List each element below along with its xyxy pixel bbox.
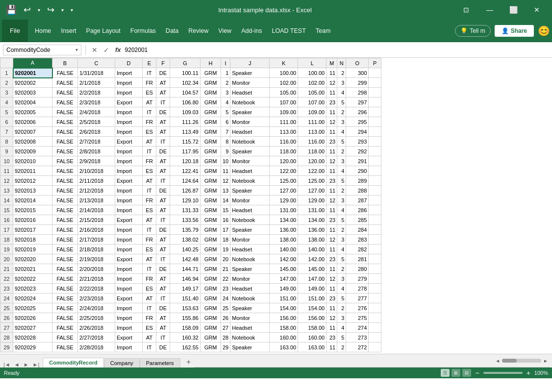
- table-cell[interactable]: Speaker: [230, 107, 270, 117]
- table-cell[interactable]: 25: [221, 303, 230, 313]
- table-cell[interactable]: 2: [337, 68, 346, 78]
- table-cell[interactable]: 4: [337, 127, 346, 137]
- table-cell[interactable]: Notebook: [230, 98, 270, 107]
- table-cell[interactable]: 3: [337, 117, 346, 127]
- table-cell[interactable]: 107.00: [270, 98, 298, 107]
- table-cell[interactable]: 156.00: [298, 313, 326, 323]
- sheet-tab-commodity-record[interactable]: CommodityRecord: [43, 358, 103, 368]
- table-cell[interactable]: Monitor: [230, 78, 270, 88]
- table-cell[interactable]: AT: [143, 254, 156, 264]
- table-cell[interactable]: FALSE: [52, 137, 78, 147]
- table-cell[interactable]: 109.00: [298, 107, 326, 117]
- table-cell[interactable]: 122.00: [270, 166, 298, 176]
- table-cell[interactable]: [369, 323, 381, 333]
- table-cell[interactable]: GRM: [201, 245, 221, 254]
- table-cell[interactable]: 11: [326, 68, 337, 78]
- table-cell[interactable]: 9202018: [13, 235, 52, 245]
- table-cell[interactable]: 2: [337, 107, 346, 117]
- table-cell[interactable]: 11: [326, 323, 337, 333]
- row-header-29[interactable]: 29: [0, 343, 13, 352]
- table-cell[interactable]: Monitor: [230, 156, 270, 166]
- table-cell[interactable]: 145.00: [270, 264, 298, 274]
- table-cell[interactable]: IT: [156, 176, 170, 186]
- table-cell[interactable]: 23: [326, 215, 337, 225]
- table-cell[interactable]: 144.71: [170, 264, 201, 274]
- table-cell[interactable]: GRM: [201, 68, 221, 78]
- row-header-23[interactable]: 23: [0, 284, 13, 294]
- table-cell[interactable]: 272: [346, 343, 369, 352]
- table-cell[interactable]: 24: [221, 294, 230, 303]
- table-cell[interactable]: Monitor: [230, 117, 270, 127]
- row-header-6[interactable]: 6: [0, 117, 13, 127]
- table-cell[interactable]: FALSE: [52, 225, 78, 235]
- table-cell[interactable]: 120.18: [170, 156, 201, 166]
- table-cell[interactable]: 9202027: [13, 323, 52, 333]
- table-cell[interactable]: 16: [221, 215, 230, 225]
- table-cell[interactable]: 2/4/2018: [78, 107, 115, 117]
- table-cell[interactable]: Import: [115, 68, 143, 78]
- table-cell[interactable]: Import: [115, 343, 143, 352]
- horizontal-scrollbar[interactable]: ◄ ►: [493, 354, 550, 368]
- row-header-27[interactable]: 27: [0, 323, 13, 333]
- table-cell[interactable]: 9202002: [13, 78, 52, 88]
- table-cell[interactable]: Headset: [230, 205, 270, 215]
- table-cell[interactable]: 145.00: [298, 264, 326, 274]
- table-cell[interactable]: ES: [143, 284, 156, 294]
- table-cell[interactable]: GRM: [201, 303, 221, 313]
- table-cell[interactable]: [369, 215, 381, 225]
- table-cell[interactable]: [369, 264, 381, 274]
- table-cell[interactable]: 9202025: [13, 303, 52, 313]
- table-cell[interactable]: 9: [221, 147, 230, 156]
- table-row[interactable]: 89202008FALSE2/7/2018ExportATIT115.72GRM…: [0, 137, 381, 147]
- h-scroll-track[interactable]: [502, 359, 541, 363]
- table-cell[interactable]: 2/14/2018: [78, 205, 115, 215]
- table-cell[interactable]: 9202015: [13, 205, 52, 215]
- row-header-12[interactable]: 12: [0, 176, 13, 186]
- table-cell[interactable]: GRM: [201, 88, 221, 98]
- table-cell[interactable]: Speaker: [230, 303, 270, 313]
- table-cell[interactable]: [369, 107, 381, 117]
- row-header-28[interactable]: 28: [0, 333, 13, 343]
- row-header-8[interactable]: 8: [0, 137, 13, 147]
- table-cell[interactable]: GRM: [201, 205, 221, 215]
- table-cell[interactable]: 289: [346, 176, 369, 186]
- table-row[interactable]: 79202007FALSE2/6/2018ImportESAT113.49GRM…: [0, 127, 381, 137]
- table-cell[interactable]: 23: [326, 137, 337, 147]
- table-cell[interactable]: [369, 196, 381, 205]
- table-cell[interactable]: FR: [143, 313, 156, 323]
- table-cell[interactable]: IT: [156, 215, 170, 225]
- table-cell[interactable]: 2: [337, 147, 346, 156]
- table-cell[interactable]: 23: [326, 176, 337, 186]
- table-cell[interactable]: 151.40: [170, 294, 201, 303]
- table-cell[interactable]: FR: [143, 196, 156, 205]
- table-cell[interactable]: 288: [346, 186, 369, 196]
- table-cell[interactable]: GRM: [201, 323, 221, 333]
- table-cell[interactable]: FALSE: [52, 235, 78, 245]
- table-cell[interactable]: FALSE: [52, 215, 78, 225]
- table-cell[interactable]: 11: [326, 147, 337, 156]
- table-row[interactable]: 189202018FALSE2/17/2018ImportFRAT138.02G…: [0, 235, 381, 245]
- col-header-I[interactable]: I: [221, 58, 230, 68]
- table-cell[interactable]: FR: [143, 274, 156, 284]
- redo-dropdown-icon[interactable]: ▾: [59, 7, 66, 13]
- table-cell[interactable]: 285: [346, 215, 369, 225]
- table-cell[interactable]: 154.00: [270, 303, 298, 313]
- table-cell[interactable]: AT: [143, 215, 156, 225]
- table-cell[interactable]: IT: [156, 254, 170, 264]
- table-row[interactable]: 69202006FALSE2/5/2018ImportFRAT111.26GRM…: [0, 117, 381, 127]
- table-cell[interactable]: 160.00: [270, 333, 298, 343]
- table-cell[interactable]: 11: [326, 127, 337, 137]
- tab-team[interactable]: Team: [311, 20, 336, 42]
- table-cell[interactable]: 125.00: [270, 176, 298, 186]
- table-cell[interactable]: DE: [156, 186, 170, 196]
- table-cell[interactable]: 9202026: [13, 313, 52, 323]
- table-cell[interactable]: 292: [346, 147, 369, 156]
- table-cell[interactable]: 153.63: [170, 303, 201, 313]
- table-cell[interactable]: AT: [143, 137, 156, 147]
- table-cell[interactable]: [369, 98, 381, 107]
- table-cell[interactable]: FALSE: [52, 343, 78, 352]
- table-cell[interactable]: 9202008: [13, 137, 52, 147]
- table-cell[interactable]: 134.00: [298, 215, 326, 225]
- table-cell[interactable]: FALSE: [52, 205, 78, 215]
- file-tab[interactable]: File: [2, 20, 28, 42]
